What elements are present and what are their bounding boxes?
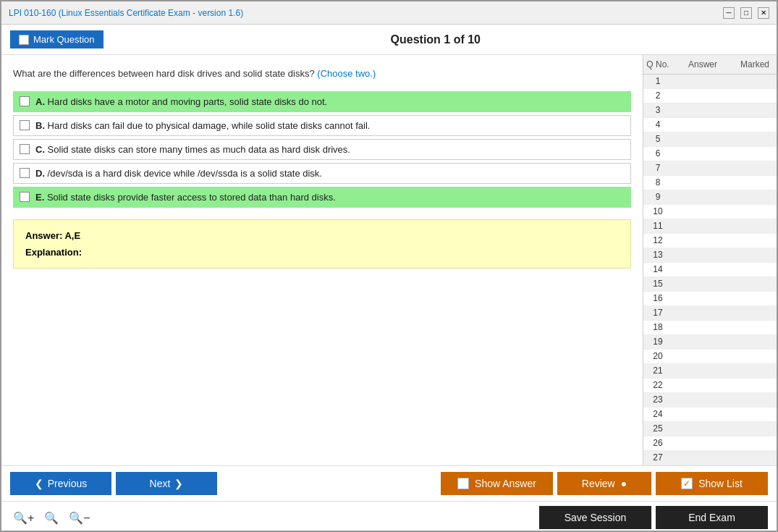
sidebar-row-24[interactable]: 24 xyxy=(643,408,777,422)
sidebar-col-answer: Answer xyxy=(672,58,733,71)
zoom-reset-button[interactable]: 🔍 xyxy=(41,511,62,525)
review-button[interactable]: Review ● xyxy=(557,472,651,495)
main-container: Mark Question Question 1 of 10 What are … xyxy=(1,25,777,532)
option-b-text: B. Hard disks can fail due to physical d… xyxy=(35,120,370,131)
maximize-button[interactable]: □ xyxy=(740,7,752,19)
show-list-checkbox-icon xyxy=(681,478,693,489)
next-label: Next xyxy=(150,478,171,489)
title-bar: LPI 010-160 (Linux Essentials Certificat… xyxy=(1,1,777,25)
title-bar-text: LPI 010-160 (Linux Essentials Certificat… xyxy=(9,8,243,18)
sidebar-row-7[interactable]: 7 xyxy=(643,161,777,176)
sidebar-row-12[interactable]: 12 xyxy=(643,234,777,248)
bottom-right-buttons: Save Session End Exam xyxy=(539,506,768,529)
show-list-label: Show List xyxy=(698,478,743,489)
option-c-checkbox xyxy=(20,144,30,154)
sidebar-row-9[interactable]: 9 xyxy=(643,190,777,205)
option-a-text: A. Hard disks have a motor and moving pa… xyxy=(35,96,327,107)
sidebar-row-22[interactable]: 22 xyxy=(643,379,777,393)
end-exam-button[interactable]: End Exam xyxy=(656,506,768,529)
show-list-button[interactable]: Show List xyxy=(656,472,768,495)
sidebar-row-1[interactable]: 1 xyxy=(643,75,777,89)
question-choose-suffix: (Choose two.) xyxy=(317,68,376,79)
sidebar-row-10[interactable]: 10 xyxy=(643,205,777,219)
review-label: Review xyxy=(582,478,615,489)
previous-arrow-icon: ❮ xyxy=(35,478,43,489)
minimize-button[interactable]: ─ xyxy=(723,7,735,19)
sidebar-row-21[interactable]: 21 xyxy=(643,364,777,379)
sidebar-row-13[interactable]: 13 xyxy=(643,248,777,263)
option-a-checkbox xyxy=(20,96,30,106)
option-b[interactable]: B. Hard disks can fail due to physical d… xyxy=(13,115,631,136)
content-area: What are the differences between hard di… xyxy=(1,55,777,465)
sidebar-row-20[interactable]: 20 xyxy=(643,350,777,364)
sidebar-row-23[interactable]: 23 xyxy=(643,393,777,408)
close-button[interactable]: ✕ xyxy=(758,7,769,19)
option-e-checkbox xyxy=(20,192,30,202)
sidebar-row-5[interactable]: 5 xyxy=(643,132,777,147)
next-arrow-icon: ❯ xyxy=(174,478,183,489)
question-main-text: What are the differences between hard di… xyxy=(13,68,315,79)
show-answer-label: Show Answer xyxy=(475,478,536,489)
sidebar-row-2[interactable]: 2 xyxy=(643,89,777,104)
sidebar-col-marked: Marked xyxy=(733,58,777,71)
sidebar-col-qno: Q No. xyxy=(643,58,672,71)
sidebar-header: Q No. Answer Marked xyxy=(643,55,777,75)
zoom-controls: 🔍+ 🔍 🔍− xyxy=(10,511,93,525)
option-e-text: E. Solid state disks provide faster acce… xyxy=(35,192,336,203)
answer-box: Answer: A,E Explanation: xyxy=(13,219,631,269)
sidebar-row-26[interactable]: 26 xyxy=(643,436,777,451)
mark-question-label: Mark Question xyxy=(33,34,95,45)
sidebar-row-18[interactable]: 18 xyxy=(643,321,777,335)
toolbar: Mark Question Question 1 of 10 xyxy=(1,25,777,55)
sidebar-row-14[interactable]: 14 xyxy=(643,263,777,277)
sidebar: Q No. Answer Marked 1 2 3 4 5 6 7 8 9 10… xyxy=(643,55,777,465)
previous-button[interactable]: ❮ Previous xyxy=(10,472,111,495)
show-answer-checkbox-icon xyxy=(457,478,469,489)
options-list: A. Hard disks have a motor and moving pa… xyxy=(13,91,631,208)
option-d[interactable]: D. /dev/sda is a hard disk device while … xyxy=(13,163,631,184)
footer-bottom: 🔍+ 🔍 🔍− Save Session End Exam xyxy=(1,501,777,532)
question-title: Question 1 of 10 xyxy=(103,33,768,46)
sidebar-row-6[interactable]: 6 xyxy=(643,147,777,161)
sidebar-row-11[interactable]: 11 xyxy=(643,219,777,234)
sidebar-row-8[interactable]: 8 xyxy=(643,176,777,190)
answer-line: Answer: A,E xyxy=(25,230,619,241)
question-text: What are the differences between hard di… xyxy=(13,67,631,81)
save-session-button[interactable]: Save Session xyxy=(539,506,651,529)
question-area: What are the differences between hard di… xyxy=(1,55,643,465)
title-bar-controls: ─ □ ✕ xyxy=(723,7,769,19)
mark-question-button[interactable]: Mark Question xyxy=(10,30,103,48)
previous-label: Previous xyxy=(48,478,87,489)
mark-checkbox-icon xyxy=(19,35,29,45)
option-e[interactable]: E. Solid state disks provide faster acce… xyxy=(13,187,631,208)
sidebar-row-19[interactable]: 19 xyxy=(643,335,777,350)
option-d-checkbox xyxy=(20,168,30,178)
sidebar-row-27[interactable]: 27 xyxy=(643,451,777,465)
footer-buttons: ❮ Previous Next ❯ Show Answer Review ● S… xyxy=(1,465,777,501)
option-c-text: C. Solid state disks can store many time… xyxy=(35,144,350,155)
zoom-in-button[interactable]: 🔍+ xyxy=(10,511,37,525)
option-b-checkbox xyxy=(20,120,30,130)
show-answer-button[interactable]: Show Answer xyxy=(441,472,553,495)
sidebar-row-3[interactable]: 3 xyxy=(643,104,777,118)
option-d-text: D. /dev/sda is a hard disk device while … xyxy=(35,168,322,179)
review-dot-icon: ● xyxy=(621,478,627,489)
next-button[interactable]: Next ❯ xyxy=(116,472,217,495)
sidebar-row-25[interactable]: 25 xyxy=(643,422,777,436)
sidebar-row-17[interactable]: 17 xyxy=(643,306,777,321)
zoom-out-button[interactable]: 🔍− xyxy=(66,511,93,525)
explanation-line: Explanation: xyxy=(25,247,619,258)
sidebar-row-16[interactable]: 16 xyxy=(643,292,777,306)
sidebar-row-4[interactable]: 4 xyxy=(643,118,777,132)
sidebar-row-15[interactable]: 15 xyxy=(643,277,777,292)
option-c[interactable]: C. Solid state disks can store many time… xyxy=(13,139,631,160)
option-a[interactable]: A. Hard disks have a motor and moving pa… xyxy=(13,91,631,112)
